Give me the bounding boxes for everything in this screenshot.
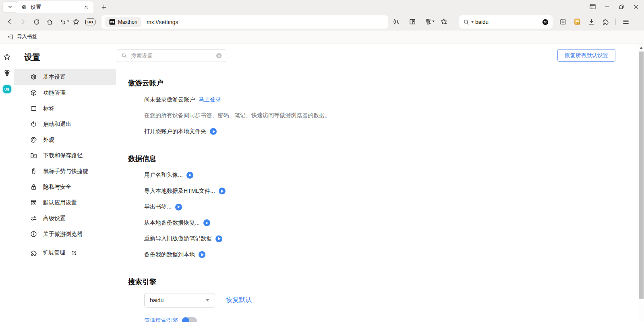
- layout-split-button[interactable]: [585, 0, 600, 13]
- folder-download-icon: [30, 152, 37, 159]
- sliders-icon: [30, 215, 37, 222]
- sidebar-item-feature-management[interactable]: 功能管理: [14, 85, 116, 101]
- undo-button[interactable]: [57, 16, 69, 28]
- settings-content: 恢复所有默认设置 傲游云账户 尚未登录傲游云账户 马上登录 在您的所有设备间同步…: [116, 43, 638, 322]
- sidebar-item-advanced-settings[interactable]: 高级设置: [14, 211, 116, 226]
- play-action-icon[interactable]: [199, 251, 205, 258]
- tab-close-icon[interactable]: [83, 4, 89, 10]
- section-data-info: 数据信息 用户名和头像... 导入本地数据及HTML文件... 导出书签... …: [128, 154, 627, 263]
- star-plus-icon: [440, 18, 447, 25]
- manage-engines-row: 管理搜索引擎: [144, 317, 627, 322]
- close-window-button[interactable]: [629, 0, 643, 13]
- caret-down-icon: [206, 299, 209, 301]
- forward-button[interactable]: [17, 16, 29, 28]
- sidebar-item-privacy-security[interactable]: 隐私与安全: [14, 179, 116, 195]
- new-tab-button[interactable]: [99, 2, 109, 12]
- browser-window: 设置 UG Maxth: [0, 0, 644, 322]
- extensions-button[interactable]: [599, 16, 611, 28]
- sidebar-item-tabs[interactable]: 标签: [14, 101, 116, 116]
- play-action-icon[interactable]: [186, 172, 193, 179]
- refresh-button[interactable]: [30, 16, 42, 28]
- section-title: 数据信息: [128, 154, 627, 163]
- manage-engines-toggle[interactable]: [182, 317, 197, 322]
- login-now-link[interactable]: 马上登录: [199, 96, 221, 103]
- page-scrollbar[interactable]: [638, 44, 644, 322]
- manage-engines-link[interactable]: 管理搜索引擎: [144, 317, 178, 322]
- mouse-icon: [30, 168, 37, 175]
- info-icon: [30, 231, 37, 237]
- tab-settings[interactable]: 设置: [16, 1, 93, 13]
- restore-button[interactable]: [614, 0, 629, 13]
- sidebar-item-extensions[interactable]: 扩展管理: [14, 242, 116, 263]
- clear-search-icon[interactable]: [216, 53, 222, 59]
- maxnote-panel-button[interactable]: [3, 69, 11, 77]
- home-button[interactable]: [43, 16, 56, 28]
- site-chip[interactable]: Maxthon: [105, 17, 141, 27]
- window-controls: [585, 0, 643, 13]
- sidebar-item-startup-exit[interactable]: 启动和退出: [14, 116, 116, 132]
- caret-down-icon: [67, 21, 69, 22]
- sidebar-item-basic-settings[interactable]: 基本设置: [14, 69, 116, 85]
- minimize-icon: [605, 4, 610, 9]
- sidebar-item-download-paths[interactable]: 下载和保存路径: [14, 148, 116, 163]
- favorites-star-button[interactable]: [70, 16, 82, 28]
- tab-list-button[interactable]: [3, 2, 17, 12]
- settings-search-box[interactable]: [117, 50, 226, 62]
- settings-search-input[interactable]: [131, 53, 212, 59]
- ug-panel-button[interactable]: UG: [3, 85, 11, 93]
- restore-default-link[interactable]: 恢复默认: [226, 296, 252, 304]
- browser-toolbar: UG Maxthon mx://settings: [0, 13, 644, 31]
- play-action-icon[interactable]: [210, 128, 217, 135]
- back-button[interactable]: [4, 16, 16, 28]
- search-engine-select[interactable]: baidu: [144, 293, 215, 308]
- snap-bee-button[interactable]: [422, 16, 434, 28]
- sidebar-item-appearance[interactable]: 外观: [14, 132, 116, 148]
- cube-icon: [30, 89, 37, 96]
- plus-icon: [101, 4, 107, 10]
- sidebar-item-label: 扩展管理: [43, 249, 65, 256]
- sidebar-item-mouse-gestures[interactable]: 鼠标手势与快捷键: [14, 163, 116, 179]
- caret-down-icon[interactable]: [471, 21, 474, 23]
- power-icon: [30, 121, 37, 128]
- maxthon-logo-icon: [109, 19, 115, 25]
- play-action-icon[interactable]: [219, 188, 226, 194]
- star-icon: [72, 18, 80, 25]
- favorites-panel-button[interactable]: [3, 53, 11, 61]
- tab-icon: [30, 105, 37, 112]
- toolbar-search-box[interactable]: [459, 15, 553, 29]
- reset-all-defaults-button[interactable]: 恢复所有默认设置: [557, 49, 615, 62]
- screenshot-button[interactable]: [557, 16, 569, 28]
- address-bar[interactable]: Maxthon mx://settings: [101, 15, 388, 29]
- sidebar-item-about[interactable]: 关于傲游浏览器: [14, 226, 116, 242]
- menu-button[interactable]: [620, 16, 632, 28]
- star-icon: [3, 53, 11, 61]
- section-divider: [128, 144, 627, 144]
- sidebar-item-label: 功能管理: [43, 89, 66, 97]
- import-bookmarks-item[interactable]: 导入书签: [5, 32, 39, 42]
- toolbar-divider: [615, 19, 616, 25]
- tab-title: 设置: [31, 4, 79, 11]
- hamburger-menu-icon: [622, 18, 630, 25]
- toolbar-search-input[interactable]: [475, 19, 540, 25]
- section-divider: [128, 267, 627, 267]
- reader-mode-button[interactable]: [406, 16, 418, 28]
- ug-mode-button[interactable]: UG: [83, 16, 95, 28]
- maxnote-button[interactable]: [571, 16, 583, 28]
- open-local-folder-label: 打开您账户的本地文件夹: [144, 128, 206, 135]
- bee-icon: [3, 69, 11, 77]
- read-aloud-button[interactable]: [391, 16, 403, 28]
- caret-down-icon: [432, 21, 435, 22]
- sidebar-item-default-apps[interactable]: 默认应用设置: [14, 195, 116, 211]
- scroll-up-icon[interactable]: [638, 44, 644, 51]
- downloads-button[interactable]: [585, 16, 597, 28]
- add-favorite-button[interactable]: [438, 16, 450, 28]
- external-link-icon: [71, 250, 77, 256]
- minimize-button[interactable]: [600, 0, 614, 13]
- play-action-icon[interactable]: [203, 219, 210, 226]
- bee-add-icon: [425, 18, 432, 25]
- clear-search-icon[interactable]: [542, 19, 549, 25]
- play-action-icon[interactable]: [215, 235, 222, 242]
- scrollbar-thumb[interactable]: [639, 52, 644, 299]
- play-action-icon[interactable]: [175, 204, 182, 211]
- gear-icon: [21, 4, 27, 10]
